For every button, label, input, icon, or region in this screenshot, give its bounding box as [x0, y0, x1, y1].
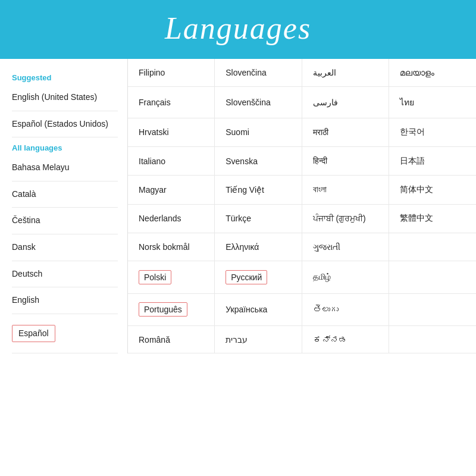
left-item-espanol-us[interactable]: Español (Estados Unidos) — [12, 111, 118, 138]
grid-cell-0-1[interactable]: Slovenčina — [215, 59, 302, 87]
grid-cell-0-3[interactable]: മലയാളം — [389, 59, 476, 87]
grid-cell-6-1[interactable]: Ελληνικά — [215, 233, 302, 261]
grid-cell-2-3[interactable]: 한국어 — [389, 118, 476, 147]
left-item-bahasa[interactable]: Bahasa Melayu — [12, 155, 118, 181]
grid-cell-4-3[interactable]: 简体中文 — [389, 176, 476, 204]
all-languages-label: All languages — [12, 137, 118, 155]
grid-cell-7-0[interactable]: Polski — [128, 261, 215, 293]
left-item-espanol-wrapper: Español — [12, 314, 118, 354]
suggested-label: Suggested — [12, 67, 118, 84]
left-item-english[interactable]: English — [12, 287, 118, 314]
grid-cell-9-2[interactable]: ಕನ್ನಡ — [302, 326, 389, 353]
left-item-espanol[interactable]: Español — [12, 325, 55, 343]
grid-cell-9-3 — [389, 326, 476, 353]
grid-cell-0-2[interactable]: العربية — [302, 59, 389, 87]
grid-cell-1-0[interactable]: Français — [128, 87, 215, 118]
grid-cell-6-2[interactable]: ગુજરાતી — [302, 233, 389, 261]
grid-cell-3-0[interactable]: Italiano — [128, 147, 215, 176]
left-item-deutsch[interactable]: Deutsch — [12, 261, 118, 288]
grid-cell-5-1[interactable]: Türkçe — [215, 205, 302, 233]
left-column: Suggested English (United States) Españo… — [0, 59, 128, 353]
grid-cell-3-3[interactable]: 日本語 — [389, 147, 476, 176]
grid-cell-1-1[interactable]: Slovenščina — [215, 87, 302, 118]
page-title: Languages — [0, 11, 476, 46]
grid-cell-3-1[interactable]: Svenska — [215, 147, 302, 176]
left-item-dansk[interactable]: Dansk — [12, 234, 118, 261]
grid-cell-9-0[interactable]: Română — [128, 326, 215, 353]
grid-cell-2-2[interactable]: मराठी — [302, 118, 389, 147]
grid-cell-9-1[interactable]: עברית — [215, 326, 302, 353]
content-area: Suggested English (United States) Españo… — [0, 59, 476, 353]
grid-cell-8-3 — [389, 294, 476, 326]
left-item-english-us[interactable]: English (United States) — [12, 84, 118, 111]
grid-cell-4-2[interactable]: বাংলা — [302, 176, 389, 204]
grid-cell-8-2[interactable]: తెలుగు — [302, 294, 389, 326]
grid-cell-7-3 — [389, 261, 476, 293]
grid-cell-1-2[interactable]: فارسى — [302, 87, 389, 118]
grid-cell-7-1[interactable]: Русский — [215, 261, 302, 293]
language-grid: FilipinoSlovenčinaالعربيةമലയാളംFrançaisS… — [128, 59, 476, 353]
grid-cell-8-0[interactable]: Português — [128, 294, 215, 326]
page-header: Languages — [0, 0, 476, 59]
grid-cell-5-2[interactable]: ਪੰਜਾਬੀ (ਗੁਰਮੁਖੀ) — [302, 205, 389, 233]
grid-cell-0-0[interactable]: Filipino — [128, 59, 215, 87]
grid-cell-5-3[interactable]: 繁體中文 — [389, 205, 476, 233]
grid-cell-3-2[interactable]: हिन्दी — [302, 147, 389, 176]
grid-cell-6-3 — [389, 233, 476, 261]
grid-cell-6-0[interactable]: Norsk bokmål — [128, 233, 215, 261]
grid-cell-2-0[interactable]: Hrvatski — [128, 118, 215, 147]
grid-cell-4-1[interactable]: Tiếng Việt — [215, 176, 302, 204]
grid-cell-4-0[interactable]: Magyar — [128, 176, 215, 204]
grid-cell-5-0[interactable]: Nederlands — [128, 205, 215, 233]
grid-cell-7-2[interactable]: தமிழ் — [302, 261, 389, 293]
grid-cell-2-1[interactable]: Suomi — [215, 118, 302, 147]
left-item-catala[interactable]: Català — [12, 181, 118, 208]
grid-cell-8-1[interactable]: Українська — [215, 294, 302, 326]
grid-cell-1-3[interactable]: ไทย — [389, 87, 476, 118]
left-item-cestina[interactable]: Čeština — [12, 208, 118, 234]
